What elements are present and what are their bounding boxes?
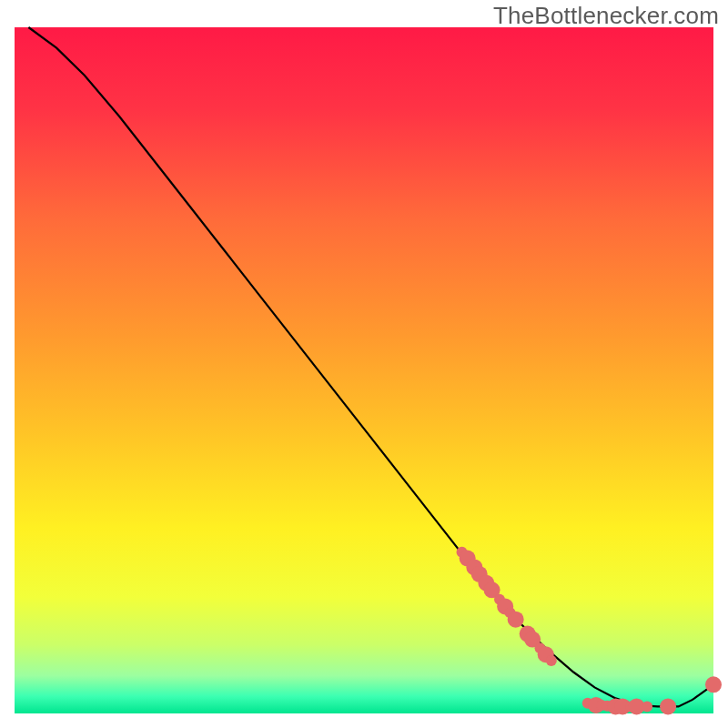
gpu-point (705, 676, 722, 693)
gpu-point (508, 612, 524, 628)
gpu-point (642, 701, 652, 712)
gpu-point (546, 655, 557, 666)
chart-background (15, 27, 713, 713)
gpu-point (660, 698, 676, 714)
chart-container: TheBottlenecker.com (0, 0, 728, 728)
bottleneck-chart (0, 0, 728, 728)
